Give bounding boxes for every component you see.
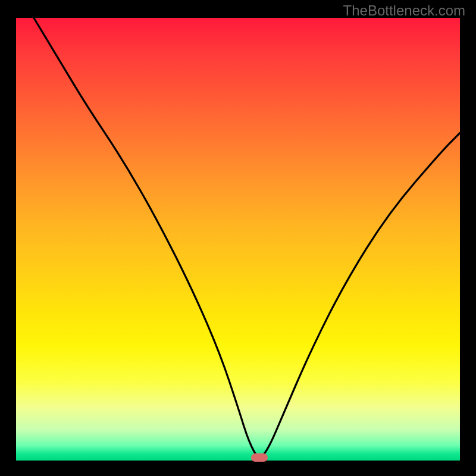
chart-frame: TheBottleneck.com (0, 0, 476, 476)
optimum-marker (251, 453, 268, 462)
bottleneck-curve (16, 18, 460, 461)
curve-path (34, 18, 460, 457)
plot-area (16, 18, 460, 461)
watermark-text: TheBottleneck.com (343, 2, 465, 19)
